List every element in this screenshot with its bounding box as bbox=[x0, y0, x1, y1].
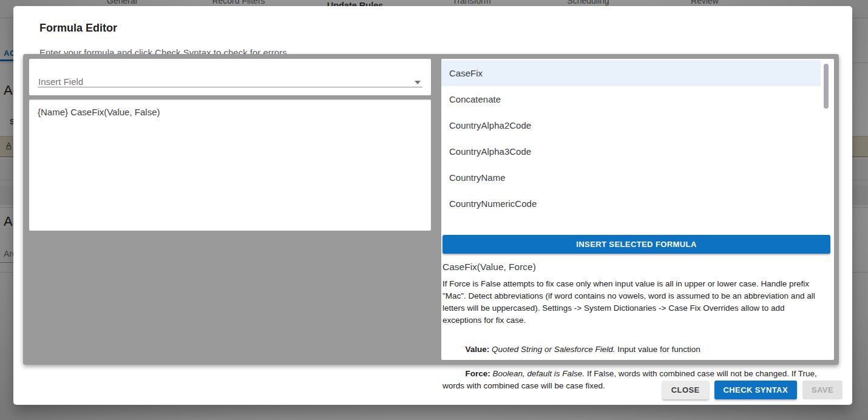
formula-input[interactable]: {Name} CaseFix(Value, False) bbox=[29, 100, 431, 231]
input-underline bbox=[38, 87, 422, 87]
param-name: Force: bbox=[466, 369, 490, 378]
param-type: Boolean, default is False. bbox=[490, 369, 585, 378]
formula-editor-dialog: Formula Editor Enter your formula and cl… bbox=[13, 6, 852, 405]
formula-list-item[interactable]: CountryAlpha3Code bbox=[441, 138, 821, 164]
formula-list-item[interactable]: CaseFix bbox=[441, 60, 821, 86]
dialog-title: Formula Editor bbox=[39, 22, 117, 35]
formula-list-item[interactable]: CountryAlpha2Code bbox=[441, 112, 821, 138]
dialog-actions: CLOSE CHECK SYNTAX SAVE bbox=[662, 381, 843, 399]
insert-field-placeholder: Insert Field bbox=[38, 76, 83, 87]
check-syntax-button[interactable]: CHECK SYNTAX bbox=[714, 381, 797, 399]
close-button[interactable]: CLOSE bbox=[662, 381, 709, 399]
param-type: Quoted String or Salesforce Field. bbox=[489, 345, 615, 354]
formula-list: CaseFix Concatenate CountryAlpha2Code Co… bbox=[441, 60, 821, 217]
insert-selected-formula-button[interactable]: INSERT SELECTED FORMULA bbox=[442, 235, 830, 254]
formula-description: If Force is False attempts to fix case o… bbox=[442, 278, 826, 327]
insert-field-select[interactable]: Insert Field bbox=[29, 59, 431, 95]
param-name: Value: bbox=[466, 345, 490, 354]
formula-list-item[interactable]: Concatenate bbox=[441, 86, 821, 112]
chevron-down-icon[interactable] bbox=[415, 81, 421, 84]
formula-list-scrollbar[interactable] bbox=[824, 64, 829, 109]
formula-list-item[interactable]: CountryName bbox=[441, 164, 821, 191]
formula-signature: CaseFix(Value, Force) bbox=[442, 262, 826, 273]
formula-panel: CaseFix Concatenate CountryAlpha2Code Co… bbox=[441, 59, 834, 360]
save-button[interactable]: SAVE bbox=[802, 381, 843, 399]
param-text: Input value for function bbox=[615, 345, 700, 354]
editor-shell: Insert Field {Name} CaseFix(Value, False… bbox=[23, 54, 839, 365]
formula-list-item[interactable]: CountryNumericCode bbox=[441, 191, 821, 217]
